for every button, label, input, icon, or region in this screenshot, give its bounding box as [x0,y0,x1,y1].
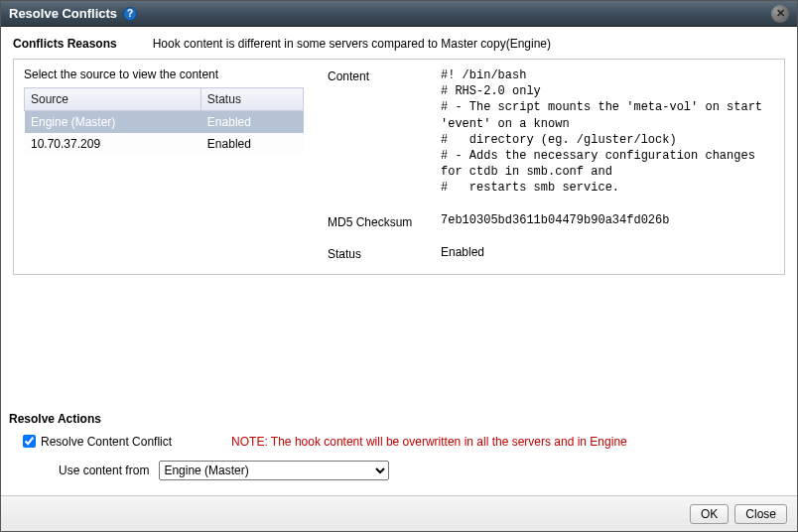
table-row[interactable]: Engine (Master) Enabled [25,111,304,134]
status-label: Status [328,245,431,262]
cell-source: Engine (Master) [25,111,201,134]
content-label: Content [328,67,431,200]
resolve-row-1: Resolve Content Conflict NOTE: The hook … [9,432,789,451]
close-button[interactable]: Close [734,504,787,524]
use-content-from-label: Use content from [59,464,149,477]
table-row[interactable]: 10.70.37.209 Enabled [25,133,304,155]
conflicts-row: Conflicts Reasons Hook content is differ… [9,33,789,59]
source-panel: Select the source to view the content So… [24,67,304,262]
source-table: Source Status Engine (Master) Enabled 10… [24,87,304,155]
dialog-footer: OK Close [1,495,797,531]
md5-value: 7eb10305bd3611b04479b90a34fd026b [441,213,774,230]
resolve-checkbox-label[interactable]: Resolve Content Conflict [19,432,172,451]
col-status[interactable]: Status [200,88,303,111]
titlebar: Resolve Conflicts ? ✕ [1,1,797,27]
help-icon[interactable]: ? [123,7,137,21]
close-icon[interactable]: ✕ [771,5,789,23]
content-text[interactable]: #! /bin/bash # RHS-2.0 only # - The scri… [441,67,774,199]
use-content-from-select[interactable]: Engine (Master) 10.70.37.209 [159,461,389,480]
main-panel: Select the source to view the content So… [13,59,785,275]
conflicts-reasons-label: Conflicts Reasons [13,37,117,51]
resolve-note: NOTE: The hook content will be overwritt… [231,435,627,449]
resolve-heading: Resolve Actions [9,412,789,426]
status-value: Enabled [441,245,774,262]
cell-source: 10.70.37.209 [25,133,201,155]
resolve-row-2: Use content from Engine (Master) 10.70.3… [9,461,789,480]
md5-label: MD5 Checksum [328,213,431,230]
cell-status: Enabled [200,111,303,134]
conflicts-reasons-text: Hook content is different in some server… [153,37,551,51]
dialog-body: Conflicts Reasons Hook content is differ… [1,27,797,495]
resolve-checkbox-text: Resolve Content Conflict [41,435,172,449]
details-panel: Content #! /bin/bash # RHS-2.0 only # - … [328,67,774,262]
ok-button[interactable]: OK [690,504,729,524]
dialog-title: Resolve Conflicts [9,6,117,21]
source-instruction: Select the source to view the content [24,67,304,81]
resolve-section: Resolve Actions Resolve Content Conflict… [9,412,789,480]
resolve-content-checkbox[interactable] [23,435,36,448]
source-table-header: Source Status [25,88,304,111]
col-source[interactable]: Source [25,88,201,111]
cell-status: Enabled [200,133,303,155]
